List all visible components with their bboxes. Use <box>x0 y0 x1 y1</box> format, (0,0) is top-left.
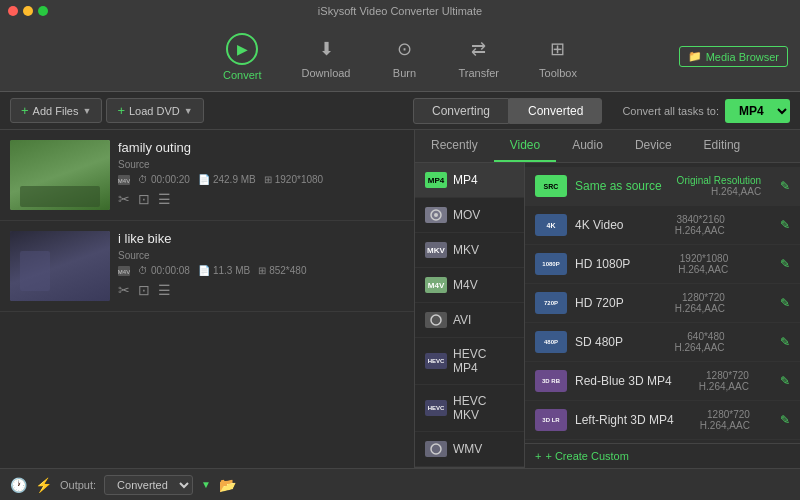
svg-point-6 <box>431 315 441 325</box>
quality-badge-3d-rb: 3D RB <box>535 370 567 392</box>
format-item-mkv[interactable]: MKV MKV <box>415 233 524 268</box>
cut-icon-1[interactable]: ✂ <box>118 282 130 298</box>
nav-burn-label: Burn <box>393 67 416 79</box>
folder-icon[interactable]: 📂 <box>219 477 236 493</box>
load-dvd-button[interactable]: + Load DVD ▼ <box>106 98 203 123</box>
quality-row-3d-rb: Red-Blue 3D MP4 1280*720 H.264,AAC ✎ <box>575 370 790 392</box>
media-browser-button[interactable]: 📁 Media Browser <box>679 46 788 67</box>
format-item-m4v[interactable]: M4V M4V <box>415 268 524 303</box>
format-item-mov[interactable]: MOV <box>415 198 524 233</box>
nav-transfer-label: Transfer <box>458 67 499 79</box>
media-browser-icon: 📁 <box>688 50 702 63</box>
quality-edit-3d-lr[interactable]: ✎ <box>780 413 790 427</box>
format-panel: Recently Video Audio Device Editing MP4 … <box>415 130 800 468</box>
file-source-label-0: Source <box>118 159 404 170</box>
output-select[interactable]: Converted <box>104 475 193 495</box>
nav-convert[interactable]: ▶ Convert <box>203 25 282 89</box>
quality-edit-same[interactable]: ✎ <box>780 179 790 193</box>
quality-item-1080p[interactable]: 1080P HD 1080P 1920*1080 H.264,AAC ✎ <box>525 245 800 284</box>
quality-row-720p: HD 720P 1280*720 H.264,AAC ✎ <box>575 292 790 314</box>
format-tab-device[interactable]: Device <box>619 130 688 162</box>
format-label-hevc-mp4: HEVC MP4 <box>453 347 514 375</box>
quality-codec-1080p: H.264,AAC <box>678 264 728 275</box>
quality-edit-4k[interactable]: ✎ <box>780 218 790 232</box>
cut-icon-0[interactable]: ✂ <box>118 191 130 207</box>
bottom-bar: 🕐 ⚡ Output: Converted ▼ 📂 <box>0 468 800 500</box>
format-item-hevc-mkv[interactable]: HEVC HEVC MKV <box>415 385 524 432</box>
output-caret-icon[interactable]: ▼ <box>201 479 211 490</box>
file-meta-1: M4V ⏱ 00:00:08 📄 11.3 MB ⊞ 852*480 <box>118 265 404 276</box>
quality-list: SRC Same as source Original Resolution H… <box>525 163 800 443</box>
file-item-0: family outing Source M4V ⏱ 00:00:20 📄 24… <box>0 130 414 221</box>
nav-burn[interactable]: ⊙ Burn <box>370 27 438 87</box>
plus-icon: + <box>21 103 29 118</box>
format-search[interactable]: 🔍 <box>415 467 524 468</box>
add-files-button[interactable]: + Add Files ▼ <box>10 98 102 123</box>
quality-name-4k: 4K Video <box>575 218 624 232</box>
quality-name-1080p: HD 1080P <box>575 257 630 271</box>
toolbox-icon: ⊞ <box>544 35 572 63</box>
lightning-icon[interactable]: ⚡ <box>35 477 52 493</box>
quality-item-same[interactable]: SRC Same as source Original Resolution H… <box>525 167 800 206</box>
hevc-mp4-icon: HEVC <box>425 353 447 369</box>
quality-badge-4k: 4K <box>535 214 567 236</box>
toolbar: + Add Files ▼ + Load DVD ▼ Converting Co… <box>0 92 800 130</box>
quality-name-720p: HD 720P <box>575 296 624 310</box>
convert-all-format-select[interactable]: MP4 <box>725 99 790 123</box>
file-source-label-1: Source <box>118 250 404 261</box>
quality-name-480p: SD 480P <box>575 335 623 349</box>
file-list: family outing Source M4V ⏱ 00:00:20 📄 24… <box>0 130 415 468</box>
quality-edit-720p[interactable]: ✎ <box>780 296 790 310</box>
file-meta-0: M4V ⏱ 00:00:20 📄 242.9 MB ⊞ 1920*1080 <box>118 174 404 185</box>
output-label: Output: <box>60 479 96 491</box>
quality-edit-480p[interactable]: ✎ <box>780 335 790 349</box>
quality-res-480p: 640*480 <box>675 331 725 342</box>
quality-badge-1080p: 1080P <box>535 253 567 275</box>
hevc-mkv-icon: HEVC <box>425 400 447 416</box>
tab-converting[interactable]: Converting <box>413 98 509 124</box>
nav-transfer[interactable]: ⇄ Transfer <box>438 27 519 87</box>
format-item-avi[interactable]: AVI <box>415 303 524 338</box>
crop-icon-1[interactable]: ⊡ <box>138 282 150 298</box>
quality-edit-1080p[interactable]: ✎ <box>780 257 790 271</box>
tab-converted[interactable]: Converted <box>509 98 602 124</box>
wmv-icon <box>425 441 447 457</box>
quality-edit-3d-rb[interactable]: ✎ <box>780 374 790 388</box>
quality-item-720p[interactable]: 720P HD 720P 1280*720 H.264,AAC ✎ <box>525 284 800 323</box>
quality-badge-same: SRC <box>535 175 567 197</box>
format-tab-audio[interactable]: Audio <box>556 130 619 162</box>
file-resolution-1: ⊞ 852*480 <box>258 265 306 276</box>
quality-codec-720p: H.264,AAC <box>675 303 725 314</box>
format-tab-recently[interactable]: Recently <box>415 130 494 162</box>
create-custom-button[interactable]: + + Create Custom <box>525 443 800 468</box>
format-label-hevc-mkv: HEVC MKV <box>453 394 514 422</box>
format-item-wmv[interactable]: WMV <box>415 432 524 467</box>
format-item-mp4[interactable]: MP4 MP4 <box>415 163 524 198</box>
format-list: MP4 MP4 MOV MKV MKV M4V M4V <box>415 163 525 468</box>
maximize-button[interactable] <box>38 6 48 16</box>
format-label-mp4: MP4 <box>453 173 478 187</box>
file-name-1: i like bike <box>118 231 404 246</box>
format-item-hevc-mp4[interactable]: HEVC HEVC MP4 <box>415 338 524 385</box>
quality-item-3d-lr[interactable]: 3D LR Left-Right 3D MP4 1280*720 H.264,A… <box>525 401 800 440</box>
settings-icon-0[interactable]: ☰ <box>158 191 171 207</box>
settings-icon-1[interactable]: ☰ <box>158 282 171 298</box>
crop-icon-0[interactable]: ⊡ <box>138 191 150 207</box>
format-tab-video[interactable]: Video <box>494 130 556 162</box>
nav-download[interactable]: ⬇ Download <box>282 27 371 87</box>
quality-item-3d-rb[interactable]: 3D RB Red-Blue 3D MP4 1280*720 H.264,AAC… <box>525 362 800 401</box>
close-button[interactable] <box>8 6 18 16</box>
quality-item-480p[interactable]: 480P SD 480P 640*480 H.264,AAC ✎ <box>525 323 800 362</box>
quality-item-4k[interactable]: 4K 4K Video 3840*2160 H.264,AAC ✎ <box>525 206 800 245</box>
window-controls <box>8 6 48 16</box>
quality-codec-3d-lr: H.264,AAC <box>700 420 750 431</box>
convert-all-tasks: Convert all tasks to: MP4 <box>622 99 790 123</box>
nav-toolbox[interactable]: ⊞ Toolbox <box>519 27 597 87</box>
minimize-button[interactable] <box>23 6 33 16</box>
quality-badge-720p: 720P <box>535 292 567 314</box>
format-tab-editing[interactable]: Editing <box>688 130 757 162</box>
file-actions-1: ✂ ⊡ ☰ <box>118 282 404 298</box>
format-label-mkv: MKV <box>453 243 479 257</box>
clock-icon[interactable]: 🕐 <box>10 477 27 493</box>
file-size-0: 📄 242.9 MB <box>198 174 256 185</box>
